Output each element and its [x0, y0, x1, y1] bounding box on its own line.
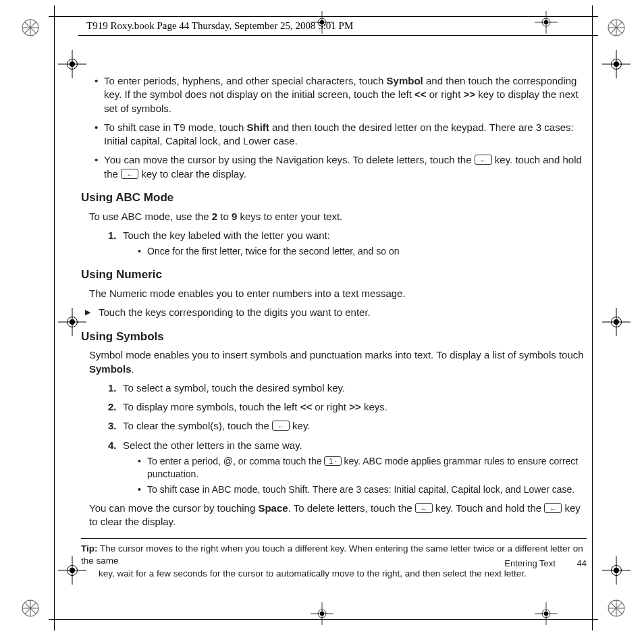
registration-mark-icon — [62, 560, 82, 581]
registration-mark-icon — [606, 312, 626, 332]
list-item: To shift case in T9 mode, touch Shift an… — [95, 121, 587, 149]
crop-rule-right — [592, 5, 593, 630]
footer-page-number: 44 — [577, 558, 587, 570]
step-item: 3. To clear the symbol(s), touch the ← k… — [108, 419, 587, 433]
step-item: 2. To display more symbols, touch the le… — [108, 400, 587, 414]
symbols-intro: Symbol mode enables you to insert symbol… — [89, 348, 587, 376]
list-item: Once for the first letter, twice for the… — [138, 245, 587, 258]
page-footer: Entering Text 44 — [504, 558, 587, 570]
one-key-icon: 1 · — [324, 456, 341, 466]
heading-abc: Using ABC Mode — [81, 190, 587, 206]
back-key-icon: ← — [415, 503, 433, 513]
numeric-arrow: Touch the keys corresponding to the digi… — [81, 306, 587, 319]
step-item: 1. Touch the key labeled with the letter… — [108, 229, 587, 258]
crop-rule-left — [54, 5, 55, 630]
heading-symbols: Using Symbols — [81, 329, 587, 345]
running-header: T919 Roxy.book Page 44 Thursday, Septemb… — [86, 20, 353, 32]
printer-ornament-icon — [608, 19, 625, 36]
tip-rule — [81, 538, 587, 539]
registration-mark-icon — [538, 606, 554, 622]
symbols-outro: You can move the cursor by touching Spac… — [89, 502, 587, 529]
back-key-icon: ← — [121, 169, 138, 179]
list-item: To enter periods, hyphens, and other spe… — [95, 74, 587, 115]
symbols-steps: 1. To select a symbol, touch the desired… — [81, 381, 587, 496]
printer-ornament-icon — [608, 599, 625, 617]
back-key-icon: ← — [475, 155, 492, 165]
heading-numeric: Using Numeric — [81, 267, 587, 283]
printer-ornament-icon — [22, 19, 39, 36]
registration-mark-icon — [538, 14, 554, 30]
registration-mark-icon — [314, 606, 330, 622]
abc-steps: 1. Touch the key labeled with the letter… — [81, 229, 587, 258]
list-item: To enter a period, @, or comma touch the… — [138, 455, 587, 481]
step-item: 4. Select the other letters in the same … — [108, 439, 587, 496]
page-content: To enter periods, hyphens, and other spe… — [81, 74, 587, 570]
list-item: To shift case in ABC mode, touch Shift. … — [138, 483, 587, 496]
registration-mark-icon — [606, 560, 626, 581]
registration-mark-icon — [606, 54, 626, 74]
back-key-icon: ← — [544, 503, 562, 513]
top-bullets: To enter periods, hyphens, and other spe… — [81, 74, 587, 181]
abc-intro: To use ABC mode, use the 2 to 9 keys to … — [89, 210, 587, 223]
footer-section: Entering Text — [504, 558, 556, 568]
list-item: You can move the cursor by using the Nav… — [95, 153, 587, 181]
numeric-intro: The Numeric mode enables you to enter nu… — [89, 287, 587, 300]
registration-mark-icon — [62, 312, 82, 332]
header-rule — [78, 35, 598, 36]
registration-mark-icon — [62, 54, 82, 74]
step-item: 1. To select a symbol, touch the desired… — [108, 381, 587, 395]
back-key-icon: ← — [272, 421, 290, 431]
printer-ornament-icon — [22, 599, 39, 617]
